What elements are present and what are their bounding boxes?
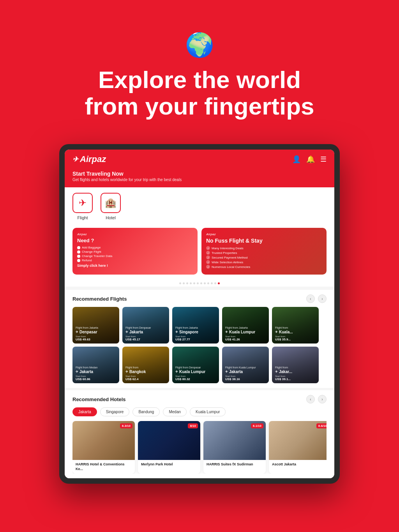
flight-from: Flight from Medan: [76, 366, 116, 369]
flight-card-content: Flight from Kuala Lumpur ✈ Jakarta Start…: [222, 364, 269, 383]
flight-from: Flight from Jakarta: [76, 326, 116, 329]
filter-bandung[interactable]: Bandung: [132, 407, 160, 416]
banner-cta[interactable]: Simply click here !: [77, 264, 193, 268]
hotel-name-ascott: Ascott Jakarta: [272, 462, 327, 467]
hotel-tab-label: Hotel: [106, 215, 116, 220]
hotel-info-harris-fx: HARRIS Suites fX Sudirman: [203, 460, 266, 469]
flights-row-2: Flight from Medan ✈ Jakarta Start from U…: [72, 347, 327, 383]
filter-kualalumpur[interactable]: Kuala Lumpur: [190, 407, 226, 416]
hotel-name-harris: HARRIS Hotel & Conventions Ke...: [76, 462, 132, 471]
flight-card-content: Flight from Medan ✈ Jakarta Start from U…: [72, 364, 119, 383]
banner-left[interactable]: Airpaz Need ? Add Baggage Change Flight: [72, 228, 198, 275]
flight-from: Flight from Jakarta: [225, 326, 266, 329]
banner-item-3: Change Traveler Data: [77, 254, 193, 258]
check-icon: ✓: [206, 255, 210, 259]
hotel-name-harris-fx: HARRIS Suites fX Sudirman: [207, 462, 263, 467]
banner-right[interactable]: Airpaz No Fuss Flight & Stay ✓Many Inter…: [201, 228, 327, 275]
dot-2[interactable]: [183, 282, 185, 284]
flight-card-bangkok[interactable]: Flight from ✈ Bangkok Start from US$ 62.…: [122, 347, 169, 383]
dot-icon: [77, 255, 80, 258]
check-icon: ✓: [206, 246, 210, 250]
flight-card-jakarta3[interactable]: Flight from Kuala Lumpur ✈ Jakarta Start…: [222, 347, 269, 383]
dot-9[interactable]: [207, 282, 209, 284]
flight-from: Flight from: [275, 326, 316, 329]
dot-1[interactable]: [179, 282, 181, 284]
dot-icon: [77, 259, 80, 262]
flight-card-singapore[interactable]: Flight from Jakarta ✈ Singapore Start fr…: [172, 307, 219, 344]
plane-icon: ✈: [225, 330, 228, 334]
hotels-row: 8.3/10 HARRIS Hotel & Conventions Ke... …: [72, 421, 327, 474]
banner-right-item-5: ✓Numerous Local Currencies: [206, 265, 322, 269]
filter-singapore[interactable]: Singapore: [100, 407, 130, 416]
hotel-info-harris: HARRIS Hotel & Conventions Ke...: [72, 460, 135, 474]
flight-card-content: Flight from ✈ Kuala... Start from US$ 35…: [272, 324, 319, 344]
flight-card-kuala2[interactable]: Flight from ✈ Kuala... Start from US$ 35…: [272, 307, 319, 344]
hotels-nav: ‹ ›: [306, 395, 327, 403]
flight-tab[interactable]: ✈ Flight: [72, 193, 93, 220]
hotel-tab[interactable]: 🏨 Hotel: [101, 193, 121, 220]
hotel-rating-merlynn: 8/10: [188, 423, 198, 428]
flight-to: ✈ Jakarta: [76, 370, 116, 374]
dot-8[interactable]: [204, 282, 206, 284]
flight-card-content: Flight from ✈ Jakar... Start from US$ 39…: [272, 364, 319, 383]
carousel-dots: [65, 280, 334, 287]
plane-icon: ✈: [175, 330, 178, 334]
banner-right-item-4: ✓Wide Selection Airlines: [206, 260, 322, 264]
dot-11[interactable]: [214, 282, 216, 284]
plane-icon: ✈: [76, 330, 78, 334]
flights-prev-btn[interactable]: ‹: [306, 294, 315, 303]
hotels-next-btn[interactable]: ›: [318, 395, 327, 403]
dot-icon: [77, 250, 80, 254]
hotels-prev-btn[interactable]: ‹: [306, 395, 315, 403]
dot-7[interactable]: [200, 282, 202, 284]
hotel-card-merlynn[interactable]: 8/10 Merlynn Park Hotel: [138, 421, 200, 474]
flight-to: ✈ Singapore: [175, 330, 216, 334]
hotel-card-ascott[interactable]: 8.6/10 Ascott Jakarta: [269, 421, 327, 474]
dot-4[interactable]: [190, 282, 192, 284]
flight-from: Flight from: [275, 366, 316, 369]
flights-next-btn[interactable]: ›: [318, 294, 327, 303]
flight-tab-icon: ✈: [72, 193, 93, 213]
hotel-img-harris: 8.3/10: [72, 421, 135, 460]
dot-3[interactable]: [186, 282, 188, 284]
flight-card-kl[interactable]: Flight from Jakarta ✈ Kuala Lumpur Start…: [222, 307, 269, 344]
flights-row-1: Flight from Jakarta ✈ Denpasar Start fro…: [72, 307, 327, 344]
hotel-filters: Jakarta Singapore Bandung Medan Kuala Lu…: [72, 407, 327, 416]
flight-price: US$ 38.16: [225, 377, 266, 381]
hotel-card-harris[interactable]: 8.3/10 HARRIS Hotel & Conventions Ke...: [72, 421, 135, 474]
dot-12[interactable]: [218, 282, 220, 284]
dot-icon: [77, 246, 80, 249]
flights-section-header: Recommended Flights ‹ ›: [72, 294, 327, 303]
dot-5[interactable]: [193, 282, 195, 284]
filter-medan[interactable]: Medan: [163, 407, 187, 416]
app-header: ✈ Airpaz 👤 🔔 ☰: [65, 150, 334, 169]
hotel-info-merlynn: Merlynn Park Hotel: [138, 460, 200, 469]
app-logo-text: Airpaz: [80, 154, 106, 164]
flight-card-content: Flight from ✈ Bangkok Start from US$ 62.…: [122, 364, 169, 383]
dot-6[interactable]: [197, 282, 199, 284]
flight-card-kl2[interactable]: Flight from Denpasar ✈ Kuala Lumpur Star…: [172, 347, 219, 383]
flight-card-jakarta[interactable]: Flight from Denpasar ✈ Jakarta Start fro…: [122, 307, 169, 344]
banner-left-brand: Airpaz: [77, 233, 193, 236]
flight-card-jakarta4[interactable]: Flight from ✈ Jakar... Start from US$ 39…: [272, 347, 319, 383]
banner-right-item-3: ✓Secured Payment Method: [206, 255, 322, 259]
hotel-name-merlynn: Merlynn Park Hotel: [141, 462, 197, 467]
user-icon[interactable]: 👤: [292, 155, 301, 164]
flight-card-denpasar[interactable]: Flight from Jakarta ✈ Denpasar Start fro…: [72, 307, 119, 344]
app-logo: ✈ Airpaz: [72, 154, 106, 164]
hotel-img-ascott: 8.6/10: [269, 421, 327, 460]
menu-icon[interactable]: ☰: [320, 155, 327, 164]
dot-10[interactable]: [211, 282, 213, 284]
bell-icon[interactable]: 🔔: [306, 155, 315, 164]
flight-to: ✈ Bangkok: [125, 370, 166, 374]
hotel-card-harris-fx[interactable]: 8.1/10 HARRIS Suites fX Sudirman: [203, 421, 266, 474]
airpaz-logo-slash: ✈: [72, 155, 78, 164]
flight-card-jakarta2[interactable]: Flight from Medan ✈ Jakarta Start from U…: [72, 347, 119, 383]
flight-from: Flight from Kuala Lumpur: [225, 366, 266, 369]
header-icons: 👤 🔔 ☰: [292, 155, 327, 164]
banner-right-item-2: ✓Trusted Properties: [206, 251, 322, 255]
plane-icon: ✈: [275, 330, 278, 334]
flight-from: Flight from Jakarta: [175, 326, 216, 329]
flight-to: ✈ Jakarta: [125, 330, 166, 334]
filter-jakarta[interactable]: Jakarta: [72, 407, 97, 416]
